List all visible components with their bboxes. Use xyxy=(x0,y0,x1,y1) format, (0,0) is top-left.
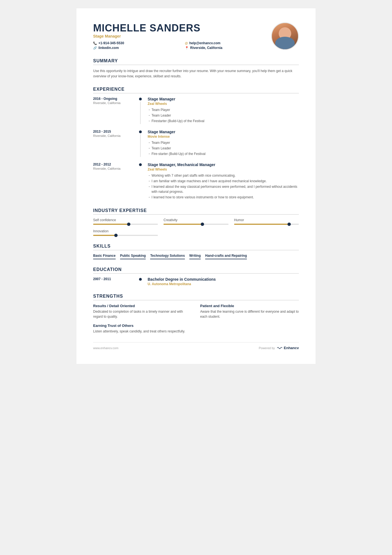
exp-bullet-3-1: Working with 7 other part staffs with ni… xyxy=(148,173,299,178)
strength-title-trust: Earning Trust of Others xyxy=(93,324,192,328)
footer-website: www.enhancv.com xyxy=(93,346,118,350)
education-title: EDUCATION xyxy=(93,267,299,274)
expertise-bar-bg-1 xyxy=(93,224,158,225)
skill-public-speaking: Public Speaking xyxy=(120,254,146,259)
strengths-grid: Results / Detail Oriented Dedicated to c… xyxy=(93,304,299,334)
strength-title-results: Results / Detail Oriented xyxy=(93,304,192,308)
exp-timeline-2 xyxy=(138,130,143,157)
strength-results: Results / Detail Oriented Dedicated to c… xyxy=(93,304,192,319)
skills-title: SKILLS xyxy=(93,244,299,250)
exp-line-1 xyxy=(140,102,141,124)
exp-location-1: Riverside, California xyxy=(93,101,132,105)
expertise-dot-4 xyxy=(114,234,118,237)
exp-role-1: Stage Manager xyxy=(148,97,299,101)
education-item-1: 2007 - 2011 Bachelor Degree in Communica… xyxy=(93,277,299,286)
exp-date-col-1: 2016 - Ongoing Riverside, California xyxy=(93,97,138,124)
expertise-bar-fill-2 xyxy=(163,224,202,225)
skill-basic-finance: Basic Finance xyxy=(93,254,116,259)
exp-location-2: Riverside, California xyxy=(93,134,132,137)
expertise-label-4: Innovation xyxy=(93,229,158,233)
location-value: Riverside, California xyxy=(190,46,222,50)
strength-desc-patient: Aware that the learning curve is differe… xyxy=(200,309,299,319)
summary-title: SUMMARY xyxy=(93,58,299,65)
exp-content-2: Stage Manager Movie Intense Team Player … xyxy=(143,130,299,157)
edu-timeline-1 xyxy=(138,277,143,286)
exp-bullet-3-4: I learned how to store various instrumen… xyxy=(148,195,299,200)
exp-date-2: 2013 - 2015 xyxy=(93,130,132,134)
exp-bullet-1-3: Firestarter (Build-Up) of the Festival xyxy=(148,119,299,124)
linkedin-value: linkedin.com xyxy=(98,46,119,50)
expertise-dot-2 xyxy=(201,223,204,226)
expertise-item-innovation: Innovation xyxy=(93,229,158,236)
expertise-label-3: Humor xyxy=(234,218,299,222)
expertise-dot-1 xyxy=(127,223,130,226)
skill-technology-solutions: Technology Solutions xyxy=(150,254,185,259)
exp-dot-3 xyxy=(139,163,142,166)
exp-date-3: 2012 - 2012 xyxy=(93,162,132,166)
phone-contact: 📞 +1-914-345-5530 xyxy=(93,41,179,45)
expertise-bar-fill-4 xyxy=(93,235,116,236)
exp-dot-1 xyxy=(139,98,142,100)
exp-timeline-3 xyxy=(138,162,143,200)
education-section: EDUCATION 2007 - 2011 Bachelor Degree in… xyxy=(93,267,299,286)
exp-bullet-2-3: Fire-starter (Build-Up) of the Festival xyxy=(148,151,299,156)
expertise-bar-fill-1 xyxy=(93,224,129,225)
resume-document: MICHELLE SANDERS Stage Manager 📞 +1-914-… xyxy=(76,8,316,364)
expertise-bar-bg-4 xyxy=(93,235,158,236)
expertise-item-humor: Humor xyxy=(234,218,299,225)
exp-bullets-1: Team Player Team Leader Firestarter (Bui… xyxy=(148,107,299,124)
exp-bullets-2: Team Player Team Leader Fire-starter (Bu… xyxy=(148,140,299,156)
expertise-label-1: Self confidence xyxy=(93,218,158,222)
expertise-item-self-confidence: Self confidence xyxy=(93,218,158,225)
linkedin-contact: 🔗 linkedin.com xyxy=(93,46,179,50)
location-contact: 📍 Riverside, California xyxy=(185,46,271,50)
exp-bullet-3-3: I learned about the way classical perfor… xyxy=(148,184,299,194)
expertise-bar-bg-2 xyxy=(163,224,228,225)
edu-content-1: Bachelor Degree in Communications U. Aut… xyxy=(143,277,299,286)
experience-section: EXPERIENCE 2016 - Ongoing Riverside, Cal… xyxy=(93,87,299,200)
strength-patient: Patient and Flexible Aware that the lear… xyxy=(200,304,299,319)
strength-title-patient: Patient and Flexible xyxy=(200,304,299,308)
strength-desc-results: Dedicated to completion of tasks in a ti… xyxy=(93,309,192,319)
location-icon: 📍 xyxy=(185,46,189,50)
expertise-grid: Self confidence Creativity Humor xyxy=(93,218,299,236)
experience-title: EXPERIENCE xyxy=(93,87,299,93)
exp-bullet-3-2: I am familiar with stage machines and I … xyxy=(148,179,299,184)
expertise-section: INDUSTRY EXPERTISE Self confidence Creat… xyxy=(93,208,299,236)
resume-header: MICHELLE SANDERS Stage Manager 📞 +1-914-… xyxy=(93,22,299,50)
skills-section: SKILLS Basic Finance Public Speaking Tec… xyxy=(93,244,299,259)
summary-section: SUMMARY Use this opportunity to intrigue… xyxy=(93,58,299,79)
exp-role-2: Stage Manager xyxy=(148,130,299,134)
phone-value: +1-914-345-5530 xyxy=(98,41,124,45)
exp-bullet-2-2: Team Leader xyxy=(148,146,299,151)
photo-placeholder xyxy=(272,23,298,49)
expertise-label-2: Creativity xyxy=(163,218,228,222)
skill-writing: Writing xyxy=(189,254,201,259)
expertise-bar-bg-3 xyxy=(234,224,299,225)
exp-timeline-1 xyxy=(138,97,143,124)
strength-trust: Earning Trust of Others Listen attentive… xyxy=(93,324,192,334)
exp-bullet-2-1: Team Player xyxy=(148,140,299,145)
candidate-title: Stage Manager xyxy=(93,34,271,38)
email-value: help@enhancv.com xyxy=(189,41,220,45)
exp-date-col-2: 2013 - 2015 Riverside, California xyxy=(93,130,138,157)
edu-date-1: 2007 - 2011 xyxy=(93,277,138,281)
exp-dot-2 xyxy=(139,130,142,133)
exp-company-2: Movie Intense xyxy=(148,135,299,139)
exp-bullet-1-2: Team Leader xyxy=(148,113,299,118)
exp-location-3: Riverside, California xyxy=(93,167,132,170)
skills-list: Basic Finance Public Speaking Technology… xyxy=(93,254,299,259)
summary-text: Use this opportunity to intrigue and dra… xyxy=(93,68,299,79)
exp-date-1: 2016 - Ongoing xyxy=(93,97,132,101)
email-icon: @ xyxy=(185,41,188,45)
expertise-dot-3 xyxy=(287,223,291,226)
expertise-bar-fill-3 xyxy=(234,224,289,225)
expertise-item-creativity: Creativity xyxy=(163,218,228,225)
exp-date-col-3: 2012 - 2012 Riverside, California xyxy=(93,162,138,200)
exp-bullet-1-1: Team Player xyxy=(148,107,299,112)
powered-by-text: Powered by xyxy=(259,346,275,350)
edu-school-1: U. Autonoma Metropolitana xyxy=(148,282,299,286)
phone-icon: 📞 xyxy=(93,41,97,45)
experience-item-1: 2016 - Ongoing Riverside, California Sta… xyxy=(93,97,299,124)
contact-info: 📞 +1-914-345-5530 @ help@enhancv.com 🔗 l… xyxy=(93,41,271,50)
